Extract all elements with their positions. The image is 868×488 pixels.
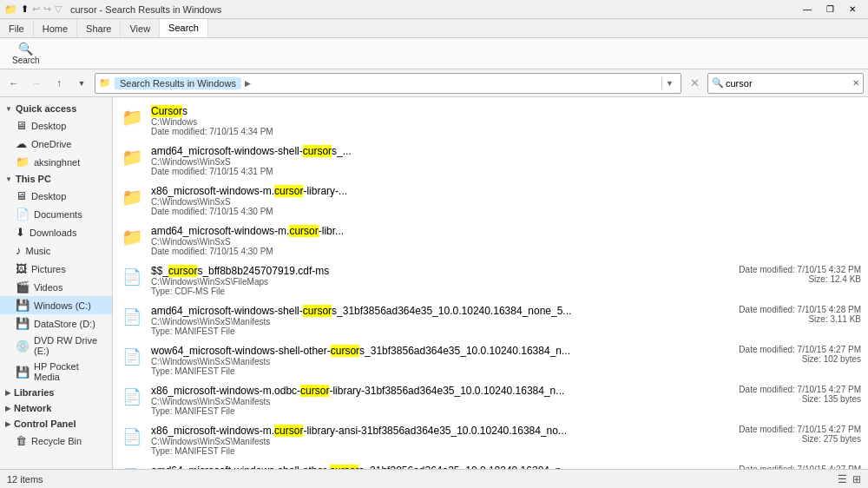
file-icon-8: 📄 — [120, 425, 144, 449]
quick-access-arrow: ▼ — [5, 105, 12, 113]
aksinghnet-icon: 📁 — [16, 155, 30, 168]
status-bar: 12 items ☰ ⊞ — [0, 469, 868, 488]
address-dropdown-button[interactable]: ▼ — [661, 77, 677, 89]
sidebar-item-desktop-2[interactable]: 🖥 Desktop — [0, 187, 112, 205]
file-name-0: Cursors — [151, 105, 861, 117]
sidebar-quick-access-header[interactable]: ▼ Quick access — [0, 101, 112, 116]
downloads-icon: ⬇ — [16, 226, 25, 239]
view-details-button[interactable]: ☰ — [838, 473, 847, 485]
this-pc-arrow: ▼ — [5, 175, 12, 183]
file-name-7: x86_microsoft-windows-m.odbc-cursor-libr… — [151, 385, 705, 397]
address-bar[interactable]: 📁 Search Results in Windows ▶ ▼ — [95, 73, 681, 94]
file-name-8: x86_microsoft-windows-m.cursor-library-a… — [151, 425, 705, 437]
file-path-4: C:\Windows\WinSxS\FileMaps — [151, 277, 705, 287]
file-icon-4: 📄 — [120, 265, 144, 289]
file-meta-6: Date modified: 7/10/15 4:27 PM Size: 102… — [705, 345, 861, 364]
file-item-6[interactable]: 📄 wow64_microsoft-windows-shell-other-cu… — [113, 340, 868, 380]
sidebar-network-header[interactable]: ▶ Network — [0, 400, 112, 416]
file-date-2: Date modified: 7/10/15 4:30 PM — [151, 207, 861, 216]
address-clear-button[interactable]: ✕ — [685, 74, 704, 93]
file-modified-6: Date modified: 7/10/15 4:27 PM — [739, 345, 861, 354]
sidebar-this-pc-header[interactable]: ▼ This PC — [0, 171, 112, 187]
ribbon-search-button[interactable]: 🔍 Search — [7, 39, 45, 68]
sidebar-item-dvd-e[interactable]: 💿 DVD RW Drive (E:) — [0, 333, 112, 359]
sidebar-item-aksinghnet[interactable]: 📁 aksinghnet — [0, 153, 112, 171]
restore-button[interactable]: ❐ — [819, 2, 841, 17]
file-item-2[interactable]: 📁 x86_microsoft-windows-m.cursor-library… — [113, 181, 868, 221]
sidebar-item-datastore-d[interactable]: 💾 DataStore (D:) — [0, 314, 112, 333]
sidebar-item-label-documents: Documents — [34, 209, 82, 220]
close-button[interactable]: ✕ — [841, 2, 864, 17]
file-info-6: wow64_microsoft-windows-shell-other-curs… — [151, 345, 705, 376]
up-button[interactable]: ↑ — [49, 74, 69, 93]
file-item-3[interactable]: 📁 amd64_microsoft-windows-m.cursor-libr.… — [113, 221, 868, 260]
sidebar-item-windows-c[interactable]: 💾 Windows (C:) — [0, 296, 112, 314]
search-ribbon-icon: 🔍 — [18, 42, 33, 56]
file-item-0[interactable]: 📁 Cursors C:\Windows Date modified: 7/10… — [113, 101, 868, 141]
window-title: cursor - Search Results in Windows — [70, 4, 221, 15]
sidebar-item-label-onedrive: OneDrive — [31, 139, 71, 149]
file-size-4: Size: 12.4 KB — [808, 274, 861, 284]
minimize-button[interactable]: — — [796, 2, 819, 17]
sidebar-item-recycle-bin[interactable]: 🗑 Recycle Bin — [0, 432, 112, 450]
file-name-5: amd64_microsoft-windows-shell-cursors_31… — [151, 305, 705, 317]
file-name-4: $$_cursors_bff8b8b245707919.cdf-ms — [151, 265, 705, 277]
file-item-4[interactable]: 📄 $$_cursors_bff8b8b245707919.cdf-ms C:\… — [113, 260, 868, 300]
sidebar-libraries-header[interactable]: ▶ Libraries — [0, 385, 112, 400]
sidebar-item-label-music: Music — [26, 246, 51, 256]
file-info-9: amd64_microsoft-windows-shell-other-curs… — [151, 465, 705, 469]
desktop-icon-2: 🖥 — [16, 189, 27, 202]
file-name-3: amd64_microsoft-windows-m.cursor-libr... — [151, 225, 861, 237]
sidebar-item-hp-pocket[interactable]: 💾 HP Pocket Media — [0, 359, 112, 385]
file-item-7[interactable]: 📄 x86_microsoft-windows-m.odbc-cursor-li… — [113, 380, 868, 420]
control-panel-arrow: ▶ — [5, 420, 10, 428]
pictures-icon: 🖼 — [16, 262, 27, 275]
file-info-2: x86_microsoft-windows-m.cursor-library-.… — [151, 185, 861, 216]
sidebar-item-onedrive[interactable]: ☁ OneDrive — [0, 135, 112, 153]
file-size-7: Size: 135 bytes — [802, 394, 861, 404]
quick-access-icon: ⬆ — [21, 3, 29, 15]
sidebar-control-panel-header[interactable]: ▶ Control Panel — [0, 416, 112, 432]
tab-file[interactable]: File — [0, 19, 34, 37]
forward-button[interactable]: → — [27, 74, 46, 93]
search-input[interactable] — [726, 78, 851, 89]
libraries-label: Libraries — [14, 387, 54, 398]
sidebar-item-music[interactable]: ♪ Music — [0, 241, 112, 260]
title-bar-left: 📁 ⬆ ↩ ↪ ▽ cursor - Search Results in Win… — [4, 3, 221, 16]
file-name-2: x86_microsoft-windows-m.cursor-library-.… — [151, 185, 861, 197]
tab-view[interactable]: View — [121, 19, 160, 37]
view-large-icons-button[interactable]: ⊞ — [852, 473, 861, 485]
file-item-1[interactable]: 📁 amd64_microsoft-windows-shell-cursors_… — [113, 141, 868, 181]
music-icon: ♪ — [16, 244, 22, 257]
sidebar-item-downloads[interactable]: ⬇ Downloads — [0, 223, 112, 241]
file-path-1: C:\Windows\WinSxS — [151, 157, 861, 167]
sidebar-item-label-windows-c: Windows (C:) — [34, 300, 91, 311]
search-clear-button[interactable]: ✕ — [852, 78, 859, 88]
sidebar-item-desktop-1[interactable]: 🖥 Desktop — [0, 116, 112, 135]
address-icon: 📁 — [99, 77, 111, 89]
title-bar: 📁 ⬆ ↩ ↪ ▽ cursor - Search Results in Win… — [0, 0, 868, 19]
file-meta-8: Date modified: 7/10/15 4:27 PM Size: 275… — [705, 425, 861, 444]
status-right: ☰ ⊞ — [838, 473, 861, 485]
file-item-9[interactable]: 📄 amd64_microsoft-windows-shell-other-cu… — [113, 460, 868, 469]
sidebar-item-pictures[interactable]: 🖼 Pictures — [0, 260, 112, 278]
file-icon-1: 📁 — [120, 145, 144, 169]
file-info-1: amd64_microsoft-windows-shell-cursors_..… — [151, 145, 861, 176]
tab-home[interactable]: Home — [34, 19, 77, 37]
search-box[interactable]: 🔍 ✕ — [707, 73, 864, 94]
onedrive-icon: ☁ — [16, 137, 27, 150]
file-item-5[interactable]: 📄 amd64_microsoft-windows-shell-cursors_… — [113, 300, 868, 340]
file-item-8[interactable]: 📄 x86_microsoft-windows-m.cursor-library… — [113, 420, 868, 460]
tab-share[interactable]: Share — [77, 19, 121, 37]
file-name-1: amd64_microsoft-windows-shell-cursors_..… — [151, 145, 861, 157]
sidebar-item-videos[interactable]: 🎬 Videos — [0, 278, 112, 296]
file-modified-8: Date modified: 7/10/15 4:27 PM — [739, 425, 861, 434]
network-label: Network — [14, 403, 51, 413]
tab-search[interactable]: Search — [160, 19, 208, 37]
file-path-3: C:\Windows\WinSxS — [151, 237, 861, 247]
file-size-5: Size: 3.11 KB — [808, 314, 861, 324]
recent-locations-button[interactable]: ▼ — [72, 74, 91, 93]
sidebar-item-documents[interactable]: 📄 Documents — [0, 205, 112, 223]
back-button[interactable]: ← — [4, 74, 23, 93]
file-date-0: Date modified: 7/10/15 4:34 PM — [151, 127, 861, 136]
